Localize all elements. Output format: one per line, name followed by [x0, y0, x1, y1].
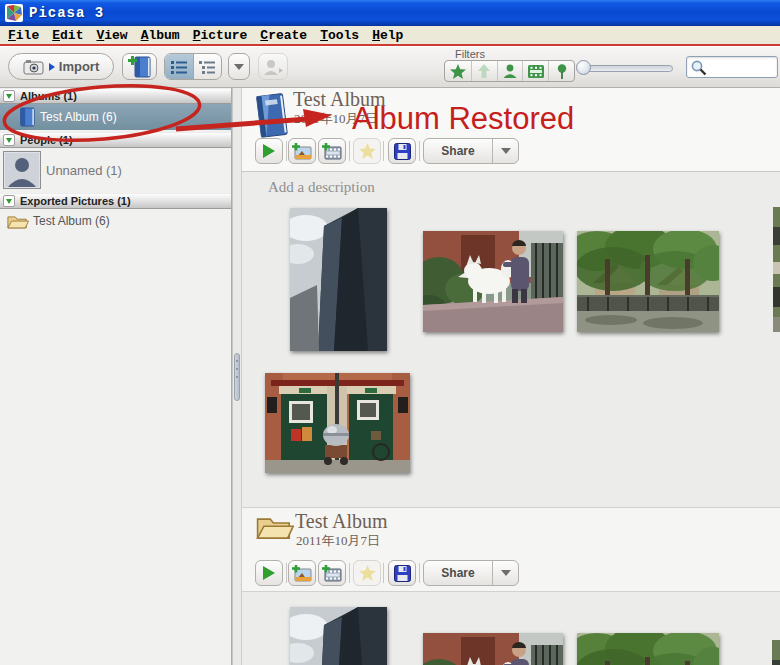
movie-icon	[322, 565, 342, 582]
floppy-disk-icon	[394, 143, 411, 160]
album-book-icon-large	[250, 91, 292, 141]
photo-partial-right[interactable]	[772, 640, 780, 665]
album-book-icon	[18, 107, 36, 127]
sidebar-item-label: Unnamed (1)	[46, 163, 122, 178]
photo-street-trees[interactable]	[577, 231, 719, 332]
toolbar: Import	[0, 46, 780, 88]
people-button-disabled[interactable]	[258, 53, 288, 80]
import-button[interactable]: Import	[8, 53, 114, 80]
picasa-logo-icon	[5, 4, 23, 22]
photo-partial-right[interactable]	[773, 207, 780, 332]
share-button[interactable]: Share	[423, 138, 519, 164]
save-to-disk-button[interactable]	[388, 138, 416, 164]
create-collage-button[interactable]	[288, 560, 316, 586]
import-label: Import	[59, 59, 99, 74]
album1-date: 2011年10月7日	[294, 110, 378, 128]
add-album-button[interactable]	[122, 53, 157, 80]
menu-file[interactable]: File	[8, 28, 39, 43]
play-slideshow-button[interactable]	[255, 560, 283, 586]
search-input[interactable]	[707, 59, 773, 75]
share-label: Share	[424, 139, 492, 163]
menu-tools[interactable]: Tools	[320, 28, 359, 43]
play-icon	[263, 144, 275, 158]
filters-label: Filters	[455, 48, 485, 60]
title-bar: Picasa 3	[0, 0, 780, 26]
play-slideshow-button[interactable]	[255, 138, 283, 164]
movie-icon	[322, 143, 342, 160]
menu-view[interactable]: View	[96, 28, 127, 43]
filter-starred-button[interactable]	[445, 61, 471, 81]
filter-geotagged-button[interactable]	[548, 61, 574, 81]
play-icon	[263, 566, 275, 580]
flat-view-button[interactable]	[165, 54, 193, 79]
photo-white-dog[interactable]	[423, 633, 563, 665]
star-button[interactable]	[353, 138, 381, 164]
create-collage-button[interactable]	[288, 138, 316, 164]
collage-icon	[292, 143, 312, 160]
person-icon	[263, 59, 283, 75]
window-title: Picasa 3	[29, 5, 104, 21]
filter-faces-button[interactable]	[497, 61, 523, 81]
photo-dark-building[interactable]	[290, 607, 387, 665]
menu-bar: File Edit View Album Picture Create Tool…	[0, 26, 780, 44]
menu-create[interactable]: Create	[260, 28, 307, 43]
splitter-grab-handle[interactable]	[234, 353, 240, 401]
create-movie-button[interactable]	[318, 138, 346, 164]
album2-title[interactable]: Test Album	[295, 510, 388, 533]
collapse-toggle-icon[interactable]	[3, 90, 15, 102]
share-dropdown[interactable]	[492, 561, 518, 585]
albums-section-label: Albums (1)	[20, 90, 77, 102]
import-arrow-icon	[49, 63, 55, 71]
chevron-down-icon	[501, 570, 511, 576]
share-dropdown[interactable]	[492, 139, 518, 163]
collage-icon	[292, 565, 312, 582]
folder-icon	[7, 213, 29, 230]
collapse-toggle-icon[interactable]	[3, 134, 15, 146]
tree-view-button[interactable]	[193, 54, 221, 79]
create-movie-button[interactable]	[318, 560, 346, 586]
sidebar-item-test-album[interactable]: Test Album (6)	[0, 104, 231, 130]
filter-uploaded-button[interactable]	[471, 61, 497, 81]
filmstrip-icon	[528, 65, 544, 78]
thumbnail-size-slider-thumb[interactable]	[576, 60, 591, 75]
sidebar-section-people[interactable]: People (1)	[0, 132, 231, 148]
star-icon	[359, 565, 376, 581]
menu-edit[interactable]: Edit	[52, 28, 83, 43]
save-to-disk-button[interactable]	[388, 560, 416, 586]
sidebar-section-albums[interactable]: Albums (1)	[0, 88, 231, 104]
star-button[interactable]	[353, 560, 381, 586]
exported-section-label: Exported Pictures (1)	[20, 195, 131, 207]
collapse-toggle-icon[interactable]	[3, 195, 15, 207]
view-toggle-group	[164, 53, 222, 80]
album1-description-placeholder[interactable]: Add a description	[268, 179, 375, 196]
share-label: Share	[424, 561, 492, 585]
menu-album[interactable]: Album	[141, 28, 180, 43]
filter-movies-button[interactable]	[522, 61, 548, 81]
tree-view-icon	[199, 60, 215, 74]
photo-street-trees[interactable]	[577, 633, 719, 665]
menu-picture[interactable]: Picture	[193, 28, 248, 43]
person-avatar	[3, 151, 41, 189]
view-options-dropdown-button[interactable]	[228, 53, 250, 80]
up-arrow-icon	[477, 64, 491, 78]
floppy-disk-icon	[394, 565, 411, 582]
menu-help[interactable]: Help	[372, 28, 403, 43]
map-pin-icon	[557, 64, 567, 79]
thumbnail-size-slider-track[interactable]	[578, 65, 673, 72]
sidebar-section-exported[interactable]: Exported Pictures (1)	[0, 193, 231, 209]
sidebar-item-exported-test-album[interactable]: Test Album (6)	[0, 211, 231, 233]
album1-header: Test Album 2011年10月7日	[242, 88, 780, 172]
chevron-down-icon	[501, 148, 511, 154]
sidebar: Albums (1) Test Album (6) People (1) Unn…	[0, 88, 232, 665]
album1-title[interactable]: Test Album	[293, 88, 386, 111]
sidebar-splitter[interactable]	[232, 88, 242, 665]
face-icon	[503, 64, 517, 78]
photo-dark-building[interactable]	[290, 208, 387, 351]
photo-red-storefront[interactable]	[265, 373, 410, 473]
sidebar-item-unnamed[interactable]: Unnamed (1)	[0, 150, 231, 192]
photo-white-dog[interactable]	[423, 231, 563, 332]
share-button[interactable]: Share	[423, 560, 519, 586]
picasa-window: Picasa 3 File Edit View Album Picture Cr…	[0, 0, 780, 665]
album2-header: Test Album 2011年10月7日	[242, 507, 780, 592]
list-view-icon	[171, 60, 187, 74]
